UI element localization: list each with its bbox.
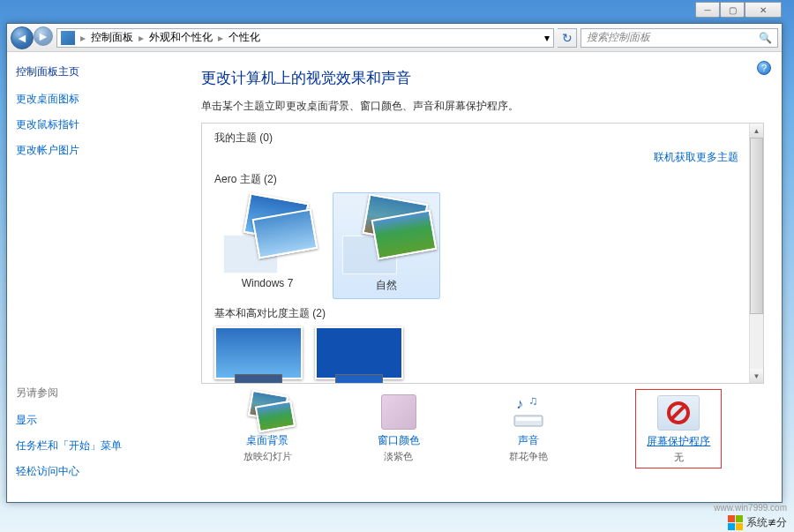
nav-buttons: ◄ ► [11,26,53,49]
page-title: 更改计算机上的视觉效果和声音 [201,68,764,88]
back-button[interactable]: ◄ [11,26,34,49]
window-controls: ─ ▢ ✕ [695,2,782,18]
svg-text:♪: ♪ [516,396,523,411]
sidebar-link-display[interactable]: 显示 [16,413,175,428]
see-also-heading: 另请参阅 [16,386,175,401]
theme-basic-2[interactable] [315,326,403,379]
option-desc: 群花争艳 [509,450,548,463]
address-bar[interactable]: ▸ 控制面板 ▸ 外观和个性化 ▸ 个性化 ▾ [56,28,554,48]
sidebar-home-link[interactable]: 控制面板主页 [16,64,175,79]
window-color-option[interactable]: 窗口颜色 淡紫色 [376,393,422,468]
svg-rect-3 [516,417,541,421]
sidebar-link-account-picture[interactable]: 更改帐户图片 [16,143,175,158]
theme-basic-1[interactable] [214,326,303,379]
aero-themes-header: Aero 主题 (2) [214,172,751,187]
theme-label: Windows 7 [242,277,294,289]
aero-themes-grid: Windows 7 自然 [214,192,751,299]
close-button[interactable]: ✕ [745,2,782,18]
control-panel-icon [61,31,75,45]
personalization-window: ─ ▢ ✕ ◄ ► ▸ 控制面板 ▸ 外观和个性化 ▸ 个性化 ▾ ↻ 搜索控制… [6,23,783,503]
sound-icon: ♪♫ [506,393,551,431]
desktop-background-icon [244,393,290,431]
search-icon: 🔍 [759,32,772,44]
theme-thumbnail [339,199,434,274]
address-dropdown[interactable]: ▾ [544,32,550,44]
watermark-logo: 系统≢分 [728,515,787,530]
my-themes-header: 我的主题 (0) [214,131,751,146]
scroll-down-button[interactable]: ▼ [750,369,763,383]
theme-thumbnail [220,198,315,273]
sidebar-link-mouse-pointers[interactable]: 更改鼠标指针 [16,117,175,132]
minimize-button[interactable]: ─ [695,2,720,18]
refresh-button[interactable]: ↻ [558,28,577,48]
svg-text:♫: ♫ [528,394,538,408]
watermark-text: 系统≢分 [746,515,787,530]
sounds-option[interactable]: ♪♫ 声音 群花争艳 [506,393,551,468]
chevron-right-icon: ▸ [139,32,144,44]
page-description: 单击某个主题立即更改桌面背景、窗口颜色、声音和屏幕保护程序。 [201,99,764,114]
maximize-button[interactable]: ▢ [720,2,745,18]
sidebar-link-ease-of-access[interactable]: 轻松访问中心 [16,464,175,479]
search-placeholder: 搜索控制面板 [587,30,650,45]
desktop-background-option[interactable]: 桌面背景 放映幻灯片 [243,393,292,468]
toolbar: ◄ ► ▸ 控制面板 ▸ 外观和个性化 ▸ 个性化 ▾ ↻ 搜索控制面板 🔍 [7,24,782,52]
themes-panel: 我的主题 (0) 联机获取更多主题 Aero 主题 (2) Windows 7 [201,123,764,384]
sidebar-link-desktop-icons[interactable]: 更改桌面图标 [16,92,175,107]
chevron-right-icon: ▸ [218,32,223,44]
option-title: 桌面背景 [246,433,288,448]
chevron-right-icon: ▸ [80,32,86,44]
screensaver-option[interactable]: 屏幕保护程序 无 [635,389,722,468]
scrollbar[interactable]: ▲ ▼ [749,124,763,383]
help-button[interactable]: ? [757,61,771,75]
forward-button[interactable]: ► [34,26,53,46]
bottom-options: 桌面背景 放映幻灯片 窗口颜色 淡紫色 ♪♫ 声音 群花争艳 [201,384,764,468]
screensaver-icon [655,393,701,432]
theme-windows7[interactable]: Windows 7 [214,192,320,299]
breadcrumb[interactable]: 控制面板 [91,30,133,45]
basic-themes-header: 基本和高对比度主题 (2) [214,306,751,321]
scroll-thumb[interactable] [750,138,763,314]
search-input[interactable]: 搜索控制面板 🔍 [581,28,778,48]
main-content: ? 更改计算机上的视觉效果和声音 单击某个主题立即更改桌面背景、窗口颜色、声音和… [184,52,782,502]
theme-label: 自然 [376,278,397,293]
option-desc: 无 [674,451,684,464]
theme-nature[interactable]: 自然 [333,192,440,299]
logo-icon [728,515,743,530]
get-more-themes-link[interactable]: 联机获取更多主题 [654,150,738,165]
breadcrumb[interactable]: 个性化 [228,30,260,45]
scroll-up-button[interactable]: ▲ [750,124,763,138]
sidebar: 控制面板主页 更改桌面图标 更改鼠标指针 更改帐户图片 另请参阅 显示 任务栏和… [7,52,184,502]
window-color-icon [376,393,422,431]
option-title: 窗口颜色 [378,433,420,448]
sidebar-link-taskbar[interactable]: 任务栏和「开始」菜单 [16,438,175,453]
breadcrumb[interactable]: 外观和个性化 [149,30,213,45]
option-title: 屏幕保护程序 [647,434,710,449]
watermark-url: www.win7999.com [714,503,787,513]
option-desc: 放映幻灯片 [243,450,292,463]
basic-themes-grid [214,326,751,379]
option-desc: 淡紫色 [384,450,413,463]
option-title: 声音 [518,433,539,448]
